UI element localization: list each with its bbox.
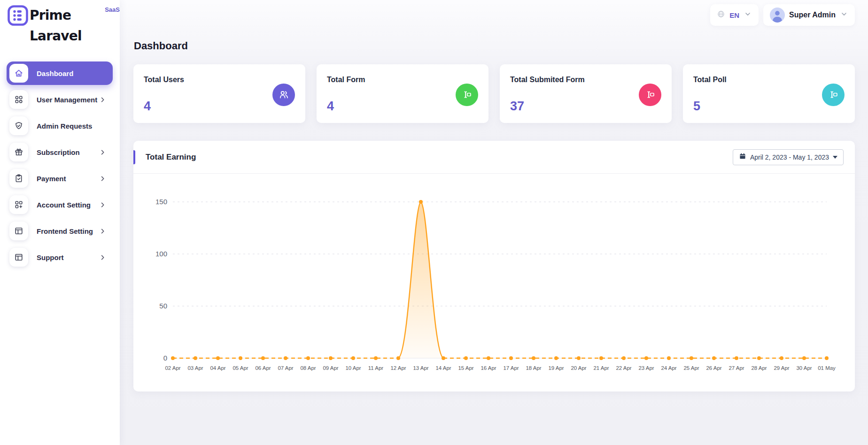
sidebar-item-subscription[interactable]: Subscription bbox=[7, 140, 113, 164]
svg-text:19 Apr: 19 Apr bbox=[548, 365, 564, 371]
sidebar-item-user-management[interactable]: User Management bbox=[7, 88, 113, 111]
svg-text:20 Apr: 20 Apr bbox=[571, 365, 586, 371]
language-selector[interactable]: EN bbox=[710, 4, 759, 26]
layout-icon bbox=[9, 222, 28, 240]
sidebar: Prime Laravel SaaS Dashboard User Manage… bbox=[0, 0, 120, 445]
svg-text:03 Apr: 03 Apr bbox=[187, 365, 203, 371]
sidebar-item-label: Account Setting bbox=[37, 201, 91, 209]
stat-value: 4 bbox=[144, 99, 184, 114]
sidebar-item-admin-requests[interactable]: Admin Requests bbox=[7, 114, 113, 138]
profile-menu[interactable]: Super Admin bbox=[763, 4, 855, 26]
sidebar-item-label: Admin Requests bbox=[37, 122, 92, 130]
stat-value: 37 bbox=[510, 99, 585, 114]
sidebar-item-frontend-setting[interactable]: Frontend Setting bbox=[7, 219, 113, 243]
chevron-down-icon bbox=[744, 10, 752, 20]
chevron-right-icon bbox=[99, 254, 106, 261]
svg-text:14 Apr: 14 Apr bbox=[435, 365, 451, 371]
sidebar-item-dashboard[interactable]: Dashboard bbox=[7, 61, 113, 85]
brand-badge: SaaS bbox=[105, 6, 120, 13]
stat-label: Total Poll bbox=[693, 76, 727, 84]
chevron-right-icon bbox=[99, 149, 106, 156]
stat-label: Total Users bbox=[144, 76, 184, 84]
app-root: Prime Laravel SaaS Dashboard User Manage… bbox=[0, 0, 868, 445]
date-range-picker[interactable]: April 2, 2023 - May 1, 2023 bbox=[733, 149, 844, 165]
user-name: Super Admin bbox=[789, 11, 836, 19]
brand-logo-icon bbox=[8, 5, 28, 26]
clipboard-check-icon bbox=[9, 169, 28, 188]
earning-card-header: Total Earning April 2, 2023 - May 1, 202… bbox=[133, 141, 855, 174]
svg-text:26 Apr: 26 Apr bbox=[706, 365, 721, 371]
svg-text:10 Apr: 10 Apr bbox=[345, 365, 361, 371]
stat-card-total-form: Total Form 4 bbox=[317, 64, 488, 123]
stats-row: Total Users 4 Total Form 4 Total Submite… bbox=[133, 64, 855, 123]
chevron-right-icon bbox=[99, 201, 106, 208]
sidebar-item-payment[interactable]: Payment bbox=[7, 167, 113, 190]
sidebar-item-label: Frontend Setting bbox=[37, 227, 93, 235]
chevron-right-icon bbox=[99, 175, 106, 182]
svg-text:50: 50 bbox=[159, 302, 167, 310]
globe-icon bbox=[717, 10, 725, 20]
svg-text:21 Apr: 21 Apr bbox=[593, 365, 609, 371]
svg-text:02 Apr: 02 Apr bbox=[165, 365, 180, 371]
svg-text:25 Apr: 25 Apr bbox=[683, 365, 699, 371]
sidebar-nav: Dashboard User Management Admin Requests… bbox=[0, 61, 120, 269]
svg-text:12 Apr: 12 Apr bbox=[390, 365, 406, 371]
svg-text:13 Apr: 13 Apr bbox=[413, 365, 428, 371]
main-content: EN Super Admin bbox=[120, 0, 868, 445]
chevron-right-icon bbox=[99, 96, 106, 103]
form-input-icon bbox=[456, 84, 478, 106]
calendar-icon bbox=[739, 153, 746, 161]
topbar: EN Super Admin bbox=[133, 0, 855, 26]
sidebar-item-label: Subscription bbox=[37, 148, 80, 156]
svg-text:22 Apr: 22 Apr bbox=[616, 365, 631, 371]
svg-text:15 Apr: 15 Apr bbox=[458, 365, 473, 371]
svg-text:01 May: 01 May bbox=[818, 365, 836, 371]
svg-text:07 Apr: 07 Apr bbox=[278, 365, 293, 371]
svg-text:05 Apr: 05 Apr bbox=[232, 365, 248, 371]
svg-text:23 Apr: 23 Apr bbox=[638, 365, 654, 371]
brand[interactable]: Prime Laravel SaaS bbox=[0, 0, 120, 46]
earning-chart: 05010015002 Apr03 Apr04 Apr05 Apr06 Apr0… bbox=[133, 174, 855, 391]
layout-icon bbox=[9, 248, 28, 267]
svg-text:16 Apr: 16 Apr bbox=[480, 365, 496, 371]
chevron-down-icon bbox=[840, 10, 848, 20]
form-input-icon bbox=[822, 84, 845, 106]
svg-text:28 Apr: 28 Apr bbox=[751, 365, 767, 371]
svg-text:18 Apr: 18 Apr bbox=[526, 365, 541, 371]
svg-text:150: 150 bbox=[155, 198, 167, 206]
svg-text:06 Apr: 06 Apr bbox=[255, 365, 271, 371]
grid-plus-icon bbox=[9, 195, 28, 214]
sidebar-item-label: User Management bbox=[37, 96, 97, 104]
svg-text:27 Apr: 27 Apr bbox=[728, 365, 744, 371]
sidebar-item-label: Dashboard bbox=[37, 69, 73, 77]
svg-text:04 Apr: 04 Apr bbox=[210, 365, 225, 371]
user-avatar bbox=[770, 8, 785, 23]
svg-text:17 Apr: 17 Apr bbox=[503, 365, 519, 371]
svg-text:30 Apr: 30 Apr bbox=[796, 365, 812, 371]
accent-bar bbox=[133, 150, 135, 164]
svg-text:08 Apr: 08 Apr bbox=[300, 365, 316, 371]
svg-text:29 Apr: 29 Apr bbox=[774, 365, 789, 371]
stat-card-total-poll: Total Poll 5 bbox=[683, 64, 855, 123]
stat-card-total-users: Total Users 4 bbox=[133, 64, 305, 123]
language-code: EN bbox=[729, 11, 739, 19]
chart-title: Total Earning bbox=[146, 153, 196, 162]
users-icon bbox=[272, 84, 295, 106]
gift-icon bbox=[9, 143, 28, 161]
stat-value: 5 bbox=[693, 99, 727, 114]
earning-area-chart: 05010015002 Apr03 Apr04 Apr05 Apr06 Apr0… bbox=[147, 180, 842, 388]
sidebar-item-label: Payment bbox=[37, 175, 66, 183]
form-input-icon bbox=[639, 84, 661, 106]
svg-text:0: 0 bbox=[163, 354, 167, 362]
svg-text:09 Apr: 09 Apr bbox=[323, 365, 338, 371]
caret-down-icon bbox=[833, 156, 837, 159]
sidebar-item-support[interactable]: Support bbox=[7, 246, 113, 269]
shield-check-icon bbox=[9, 116, 28, 135]
svg-text:100: 100 bbox=[155, 250, 167, 258]
chevron-right-icon bbox=[99, 228, 106, 235]
sidebar-item-account-setting[interactable]: Account Setting bbox=[7, 193, 113, 216]
stat-value: 4 bbox=[327, 99, 365, 114]
brand-name: Prime Laravel bbox=[30, 5, 104, 46]
svg-text:11 Apr: 11 Apr bbox=[368, 365, 384, 371]
stat-label: Total Form bbox=[327, 76, 365, 84]
